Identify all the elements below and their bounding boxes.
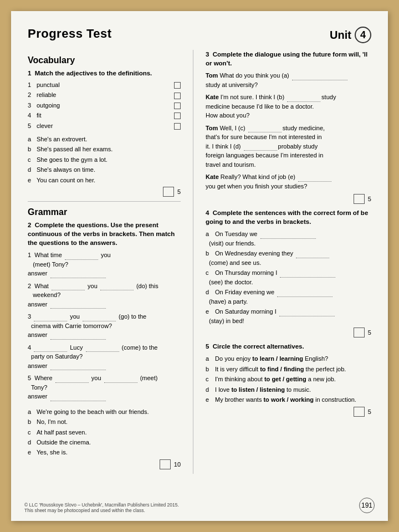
q2-ans-text-d: Outside the cinema. [37, 438, 181, 447]
q2-score-line: 10 [28, 459, 181, 469]
kate-1-text: I'm not sure. I think I (b) [221, 94, 321, 100]
def-label-a: a [28, 135, 34, 144]
grammar-section: Grammar 2 Complete the questions. Use th… [28, 207, 181, 469]
q5-label-c: c [206, 375, 213, 384]
q4-label-c: c [206, 268, 213, 278]
speaker-tom-1: Tom [206, 72, 218, 79]
vocab-checkbox-2[interactable] [174, 93, 181, 99]
unit-number: 4 [355, 27, 371, 43]
q2-ans-a: a We're going to the beach with our frie… [28, 408, 181, 416]
q2-ans-label-a: a [28, 408, 34, 416]
q2-ans-label-b: b [28, 418, 34, 426]
footer-note: This sheet may be photocopied and used w… [24, 508, 179, 513]
q1-instruction: 1 Match the adjectives to the definition… [28, 69, 181, 78]
q4-item-c: c On Thursday morning I (see) the doctor… [206, 268, 371, 287]
kate-2-cont: you get when you finish your studies? [206, 183, 307, 190]
q4-score-line: 5 [206, 328, 371, 337]
page: Progress Test Unit 4 Vocabulary 1 Match … [11, 11, 388, 521]
q4-item-a: a On Tuesday we (visit) our friends. [206, 229, 371, 248]
q2-q3-num: 3 you (go) to the [28, 313, 146, 320]
question-1-block: 1 Match the adjectives to the definition… [28, 69, 181, 197]
page-header: Progress Test Unit 4 [28, 27, 371, 43]
speaker-tom-2: Tom [206, 125, 218, 131]
q4-item-e: e On Saturday morning I (stay) in bed! [206, 307, 371, 325]
dialogue-kate-2: Kate Really? What kind of job (e) you ge… [206, 172, 371, 191]
q2-score-box[interactable] [160, 459, 171, 469]
q2-instruction: 2 Complete the questions. Use the presen… [28, 221, 181, 247]
q4-item-d: d On Friday evening we (have) a party. [206, 288, 371, 306]
page-title: Progress Test [28, 27, 112, 41]
q3-score-line: 5 [206, 194, 371, 204]
kate-1-cont2: medicine because I'd like to be a doctor… [206, 103, 314, 110]
q3-number: 3 [206, 51, 209, 58]
vocab-item-4: 4 fit [28, 111, 181, 120]
definitions-list: a She's an extrovert. b She's passed all… [28, 135, 181, 185]
q2-q1-text: What time you [34, 252, 110, 258]
main-content: Vocabulary 1 Match the adjectives to the… [28, 50, 371, 474]
def-text-a: She's an extrovert. [37, 135, 181, 144]
q4-label-d: d [206, 288, 213, 297]
vocab-checkbox-4[interactable] [174, 112, 181, 119]
q5-label-b: b [206, 365, 213, 374]
tom-2-prob: probably study [278, 143, 318, 150]
q5-score-box[interactable] [354, 407, 365, 417]
vocab-item-3: 3 outgoing [28, 101, 181, 110]
q3-score: 5 [368, 196, 371, 202]
q1-instruction-text: Match the adjectives to the definitions. [35, 70, 152, 76]
q4-bracket-d: (have) a party. [206, 298, 248, 305]
kate-1-cont3: How about you? [206, 112, 250, 119]
def-item-b: b She's passed all her exams. [28, 145, 181, 154]
q2-q5-num: 5 [28, 375, 33, 381]
kate-2-text: Really? What kind of job (e) [221, 173, 332, 180]
def-text-b: She's passed all her exams. [37, 145, 181, 154]
q1-score-box[interactable] [163, 187, 174, 197]
q4-label-e: e [206, 307, 213, 316]
q2-question-5: 5 Where you (meet) Tony? answer [28, 374, 181, 401]
q2-ans-d: d Outside the cinema. [28, 438, 181, 447]
vocab-num-2: 2 [28, 91, 34, 99]
q5-score: 5 [368, 408, 371, 415]
q5-text-c: I'm thinking about to get / getting a ne… [215, 376, 336, 382]
q2-ans-c: c At half past seven. [28, 428, 181, 437]
q2-q2-num: 2 [28, 283, 33, 289]
q4-score-box[interactable] [354, 328, 365, 337]
q1-score-line: 5 [28, 187, 181, 197]
question-2-block: 2 Complete the questions. Use the presen… [28, 221, 181, 469]
dialogue-tom-2: Tom Well, I (c) study medicine, that's f… [206, 124, 371, 170]
q2-q5-text: Where you (meet) [34, 375, 157, 381]
q2-ans-text-b: No, I'm not. [37, 418, 181, 426]
dialogue-kate-1: Kate I'm not sure. I think I (b) study m… [206, 93, 371, 120]
right-column: 3 Complete the dialogue using the future… [206, 50, 371, 474]
vocab-num-3: 3 [28, 101, 34, 110]
q1-score: 5 [177, 188, 181, 195]
vocab-checkbox-3[interactable] [174, 103, 181, 109]
q2-question-3: 3 you (go) to the cinema with Carrie tom… [28, 312, 181, 340]
vocab-word-5: clever [37, 122, 170, 130]
q5-label-e: e [206, 395, 213, 405]
grammar-title: Grammar [28, 207, 181, 217]
q2-q1-answer-label: answer [28, 270, 107, 277]
q2-q2-text: What you (do) this [34, 283, 158, 289]
def-label-b: b [28, 145, 34, 154]
q4-instruction-text: Complete the sentences with the correct … [206, 209, 368, 225]
vocab-item-1: 1 punctual [28, 81, 181, 89]
vocab-word-2: reliable [37, 91, 170, 99]
q4-text-b: On Wednesday evening they [215, 250, 330, 257]
tom-2-cont3: it. I think I (d) [206, 143, 278, 150]
q1-number: 1 [28, 70, 31, 76]
question-5-block: 5 Circle the correct alternatives. a Do … [206, 342, 371, 417]
tom-2-cont5: travel and tourism. [206, 161, 255, 168]
q2-ans-text-c: At half past seven. [37, 428, 181, 437]
q3-score-box[interactable] [354, 194, 365, 204]
vocab-checkbox-5[interactable] [174, 123, 181, 130]
section-divider [28, 201, 181, 202]
vocab-num-5: 5 [28, 122, 34, 130]
q2-number: 2 [28, 222, 31, 228]
q2-q4-answer-label: answer [28, 362, 107, 369]
vocab-word-3: outgoing [37, 101, 170, 110]
q5-label-d: d [206, 385, 213, 395]
vocab-checkbox-1[interactable] [174, 82, 181, 89]
unit-label: Unit [330, 29, 351, 42]
def-label-c: c [28, 156, 34, 164]
q4-number: 4 [206, 209, 209, 216]
